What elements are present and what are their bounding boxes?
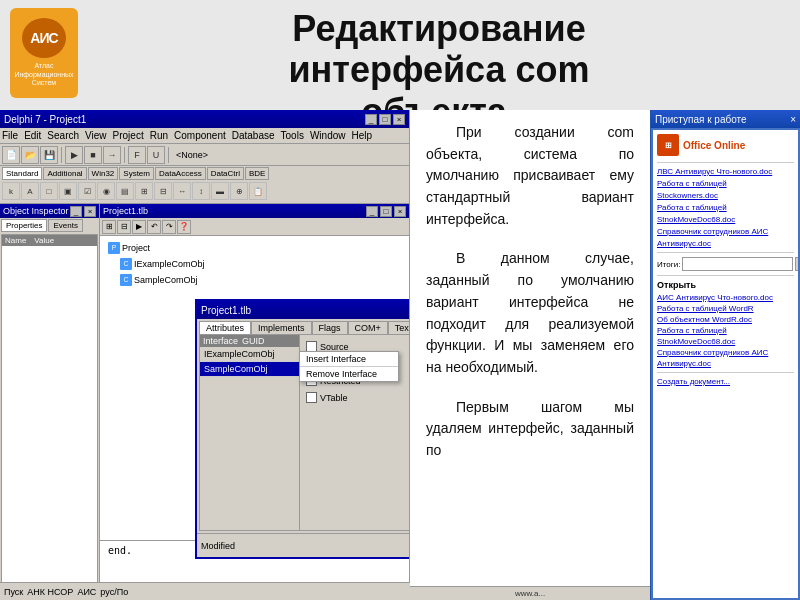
taskbar-anc[interactable]: АНК НСОР — [27, 587, 73, 597]
office-link-7[interactable]: Антивирус.doc — [657, 239, 794, 248]
toolbar-step[interactable]: → — [103, 146, 121, 164]
proj-btn-1[interactable]: ⊞ — [102, 220, 116, 234]
toolbar-save[interactable]: 💾 — [40, 146, 58, 164]
taskbar-lang[interactable]: рус/По — [100, 587, 128, 597]
palette-tab-datacontrols[interactable]: DataCtrl — [207, 167, 244, 180]
palette-icon-11[interactable]: ↕ — [192, 182, 210, 200]
proj-btn-6[interactable]: ❓ — [177, 220, 191, 234]
ide-toolbar: 📄 📂 💾 ▶ ■ → F U <None> — [0, 144, 409, 166]
office-file-5[interactable]: StnokMoveDoc68.doc — [657, 337, 794, 346]
palette-tab-dataaccess[interactable]: DataAccess — [155, 167, 206, 180]
palette-icon-9[interactable]: ⊟ — [154, 182, 172, 200]
palette-icon-8[interactable]: ⊞ — [135, 182, 153, 200]
tree-example-com-obj[interactable]: C IExampleComObj — [104, 256, 405, 272]
office-link-2[interactable]: Работа с таблицей — [657, 179, 794, 188]
office-create-btn[interactable]: Создать документ... — [657, 377, 730, 386]
menu-help[interactable]: Help — [351, 130, 372, 141]
toolbar-stop[interactable]: ■ — [84, 146, 102, 164]
dialog-tab-com[interactable]: COM+ — [348, 321, 388, 334]
dialog-tab-implements[interactable]: Implements — [251, 321, 312, 334]
taskbar-start[interactable]: Пуск — [4, 587, 23, 597]
menu-window[interactable]: Window — [310, 130, 346, 141]
menu-search[interactable]: Search — [47, 130, 79, 141]
menu-tools[interactable]: Tools — [281, 130, 304, 141]
palette-icon-2[interactable]: A — [21, 182, 39, 200]
proj-close-btn[interactable]: × — [394, 206, 406, 217]
context-menu-insert[interactable]: Insert Interface — [300, 352, 398, 367]
dialog-tab-attributes[interactable]: Attributes — [199, 321, 251, 334]
office-link-3[interactable]: Stockowners.doc — [657, 191, 794, 200]
palette-icon-12[interactable]: ▬ — [211, 182, 229, 200]
tab-events[interactable]: Events — [48, 219, 82, 232]
toolbar-run[interactable]: ▶ — [65, 146, 83, 164]
office-search-input[interactable] — [682, 257, 793, 271]
office-link-4[interactable]: Работа с таблицей — [657, 203, 794, 212]
palette-tab-standard[interactable]: Standard — [2, 167, 42, 180]
palette-icon-1[interactable]: k — [2, 182, 20, 200]
palette-tab-additional[interactable]: Additional — [43, 167, 86, 180]
menu-file[interactable]: File — [2, 130, 18, 141]
palette-icon-5[interactable]: ☑ — [78, 182, 96, 200]
office-file-6[interactable]: Справочник сотрудников АИС — [657, 348, 794, 357]
menu-view[interactable]: View — [85, 130, 107, 141]
toolbar-open[interactable]: 📂 — [21, 146, 39, 164]
palette-tab-bde[interactable]: BDE — [245, 167, 269, 180]
maximize-button[interactable]: □ — [379, 114, 391, 125]
office-link-6[interactable]: Справочник сотрудников АИС — [657, 227, 794, 236]
palette-icon-4[interactable]: ▣ — [59, 182, 77, 200]
proj-btn-2[interactable]: ⊟ — [117, 220, 131, 234]
toolbar-toggle-form[interactable]: F — [128, 146, 146, 164]
dialog-tab-text[interactable]: Text — [388, 321, 409, 334]
proj-btn-5[interactable]: ↷ — [162, 220, 176, 234]
palette-icon-13[interactable]: ⊕ — [230, 182, 248, 200]
office-close-btn[interactable]: × — [790, 114, 796, 125]
palette-icon-14[interactable]: 📋 — [249, 182, 267, 200]
menu-database[interactable]: Database — [232, 130, 275, 141]
office-search-button[interactable]: → — [795, 257, 798, 271]
office-file-7[interactable]: Антивирус.doc — [657, 359, 794, 368]
palette-icon-6[interactable]: ◉ — [97, 182, 115, 200]
palette-icon-10[interactable]: ↔ — [173, 182, 191, 200]
office-file-1[interactable]: АИС Антивирус Что-нового.doc — [657, 293, 794, 302]
office-file-2[interactable]: Работа с таблицей WordR — [657, 304, 794, 313]
minimize-button[interactable]: _ — [365, 114, 377, 125]
project-icon: P — [108, 242, 120, 254]
checkbox-vtable[interactable] — [306, 392, 317, 403]
tab-properties[interactable]: Properties — [1, 219, 47, 232]
palette-icon-7[interactable]: ▤ — [116, 182, 134, 200]
office-search-row: Итоги: → — [657, 257, 794, 271]
obj-max-btn[interactable]: × — [84, 206, 96, 217]
dialog-right-vtable[interactable]: VTable — [304, 390, 409, 405]
context-menu-remove[interactable]: Remove Interface — [300, 367, 398, 381]
dialog-tab-flags[interactable]: Flags — [312, 321, 348, 334]
office-panel: Приступая к работе × ⊞ Office Online ЛВС… — [650, 110, 800, 600]
tree-sample-com-obj[interactable]: C SampleComObj — [104, 272, 405, 288]
toolbar-new[interactable]: 📄 — [2, 146, 20, 164]
dialog-item-sample[interactable]: SampleComObj — [200, 362, 299, 377]
menu-project[interactable]: Project — [113, 130, 144, 141]
office-file-4[interactable]: Работа с таблицей — [657, 326, 794, 335]
office-file-3[interactable]: Об объектном WordR.doc — [657, 315, 794, 324]
proj-btn-4[interactable]: ↶ — [147, 220, 161, 234]
proj-min-btn[interactable]: _ — [366, 206, 378, 217]
toolbar-toggle-unit[interactable]: U — [147, 146, 165, 164]
dialog-title-text: Project1.tlb — [201, 305, 251, 316]
tree-project[interactable]: P Project — [104, 240, 405, 256]
dialog-item-iexample[interactable]: IExampleComObj — [200, 347, 299, 362]
palette-tab-win32[interactable]: Win32 — [88, 167, 119, 180]
project-title-text: Project1.tlb — [103, 206, 148, 216]
dialog-titlebar: Project1.tlb _ □ × — [197, 301, 409, 319]
close-button[interactable]: × — [393, 114, 405, 125]
office-link-5[interactable]: StnokMoveDoc68.doc — [657, 215, 794, 224]
proj-max-btn[interactable]: □ — [380, 206, 392, 217]
office-link-1[interactable]: ЛВС Антивирус Что-нового.doc — [657, 167, 794, 176]
obj-min-btn[interactable]: _ — [70, 206, 82, 217]
menu-component[interactable]: Component — [174, 130, 226, 141]
context-menu: Insert Interface Remove Interface — [299, 351, 399, 382]
proj-btn-3[interactable]: ▶ — [132, 220, 146, 234]
palette-icon-3[interactable]: □ — [40, 182, 58, 200]
menu-edit[interactable]: Edit — [24, 130, 41, 141]
taskbar-ais[interactable]: АИС — [77, 587, 96, 597]
menu-run[interactable]: Run — [150, 130, 168, 141]
palette-tab-system[interactable]: System — [119, 167, 154, 180]
